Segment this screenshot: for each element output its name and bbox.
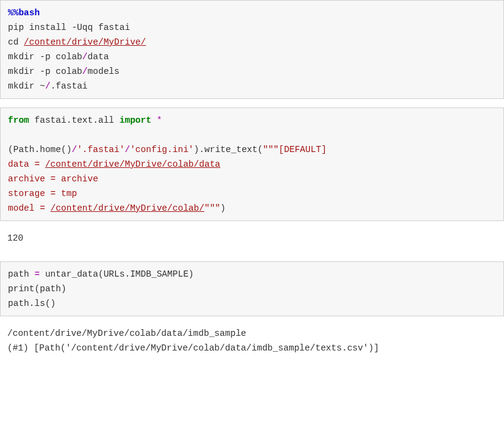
output-line: 120	[7, 231, 497, 245]
code-text: path.ls()	[8, 299, 56, 308]
code-line: mkdir ~/.fastai	[8, 79, 496, 93]
blank-line	[8, 128, 496, 142]
operator: /	[71, 145, 77, 154]
output-line: (#1) [Path('/content/drive/MyDrive/colab…	[7, 341, 497, 355]
code-line: mkdir -p colab/models	[8, 64, 496, 79]
code-line: mkdir -p colab/data	[8, 49, 496, 64]
code-text: )	[220, 203, 226, 213]
code-text: pip install -Uqq fastai	[8, 23, 130, 32]
code-line: print(path)	[8, 282, 496, 296]
code-text: fastai.text.all	[29, 115, 120, 125]
code-text: cd	[8, 37, 24, 47]
keyword: import	[120, 115, 151, 125]
path-token: /content/drive/MyDrive/	[24, 37, 146, 47]
code-line: archive = archive	[8, 172, 496, 186]
operator: /	[82, 67, 88, 76]
path-token: /content/drive/MyDrive/colab/data	[45, 159, 220, 169]
code-line: pip install -Uqq fastai	[8, 20, 496, 35]
code-line: path.ls()	[8, 296, 496, 311]
operator: =	[35, 269, 40, 279]
code-text: mkdir -p colab	[8, 52, 82, 62]
string-token: 'config.ini'	[130, 145, 193, 154]
code-text: (Path.home()	[8, 145, 71, 154]
code-text: .fastai	[51, 81, 88, 91]
operator: /	[124, 145, 130, 154]
string-token: model =	[8, 203, 51, 213]
path-token: /content/drive/MyDrive/colab/	[51, 203, 204, 213]
code-cell-3: path = untar_data(URLs.IMDB_SAMPLE) prin…	[0, 261, 504, 316]
magic-token: %%bash	[8, 8, 40, 18]
code-text: data	[88, 52, 109, 62]
code-text: mkdir ~	[8, 81, 45, 91]
string-token: """	[204, 203, 220, 213]
code-text: ).write_text(	[194, 145, 263, 154]
code-line: path = untar_data(URLs.IMDB_SAMPLE)	[8, 267, 496, 282]
code-cell-1: %%bash pip install -Uqq fastai cd /conte…	[0, 0, 504, 99]
string-token: data =	[8, 159, 45, 169]
code-line: %%bash	[8, 5, 496, 20]
code-line: model = /content/drive/MyDrive/colab/"""…	[8, 201, 496, 216]
code-text: print(path)	[8, 284, 67, 294]
code-line: cd /content/drive/MyDrive/	[8, 35, 496, 49]
output-cell-2: 120	[0, 230, 504, 254]
code-cell-2: from fastai.text.all import * (Path.home…	[0, 107, 504, 221]
operator: /	[82, 52, 88, 62]
code-line: (Path.home()/'.fastai'/'config.ini').wri…	[8, 142, 496, 157]
code-line: data = /content/drive/MyDrive/colab/data	[8, 157, 496, 172]
operator: *	[157, 115, 162, 125]
keyword: from	[8, 115, 29, 125]
code-text: untar_data(URLs.IMDB_SAMPLE)	[40, 269, 193, 279]
output-cell-3: /content/drive/MyDrive/colab/data/imdb_s…	[0, 325, 504, 364]
code-text: models	[88, 67, 120, 76]
code-text: mkdir -p colab	[8, 67, 82, 76]
code-line: storage = tmp	[8, 186, 496, 201]
string-token: storage = tmp	[8, 189, 77, 198]
string-token: archive = archive	[8, 174, 98, 184]
string-token: """[DEFAULT]	[263, 145, 326, 154]
operator: /	[45, 81, 51, 91]
string-token: '.fastai'	[77, 145, 124, 154]
output-line: /content/drive/MyDrive/colab/data/imdb_s…	[7, 326, 497, 341]
code-line: from fastai.text.all import *	[8, 113, 496, 128]
code-text	[151, 115, 157, 125]
code-text: path	[8, 269, 35, 279]
